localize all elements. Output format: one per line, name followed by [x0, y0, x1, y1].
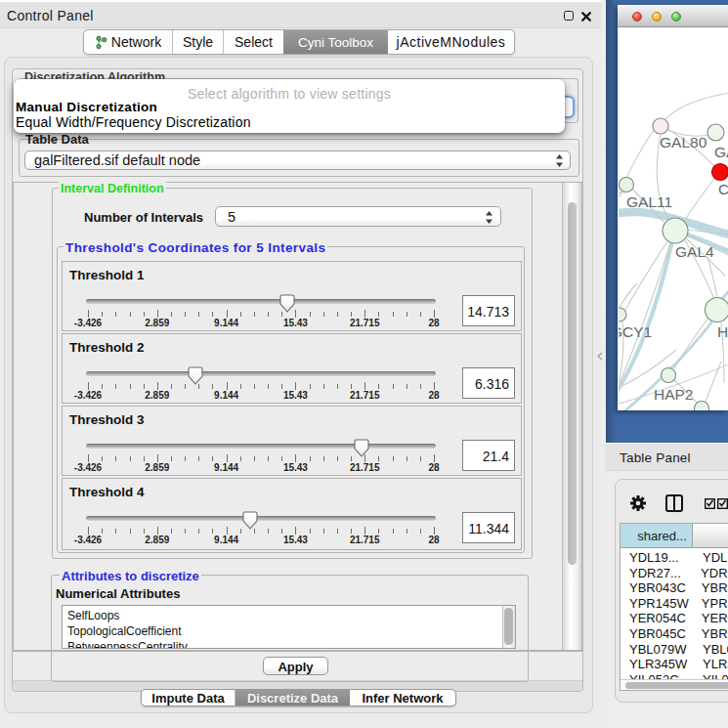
svg-text:GAL11: GAL11 — [626, 193, 672, 210]
svg-text:GA: GA — [714, 144, 728, 160]
svg-text:GAL4: GAL4 — [675, 243, 714, 260]
svg-text:GAL80: GAL80 — [660, 134, 707, 150]
svg-text:CD: CD — [718, 181, 728, 197]
svg-text:HA: HA — [717, 323, 728, 340]
svg-text:GCY1: GCY1 — [619, 323, 652, 340]
svg-text:HAP2: HAP2 — [654, 386, 694, 403]
